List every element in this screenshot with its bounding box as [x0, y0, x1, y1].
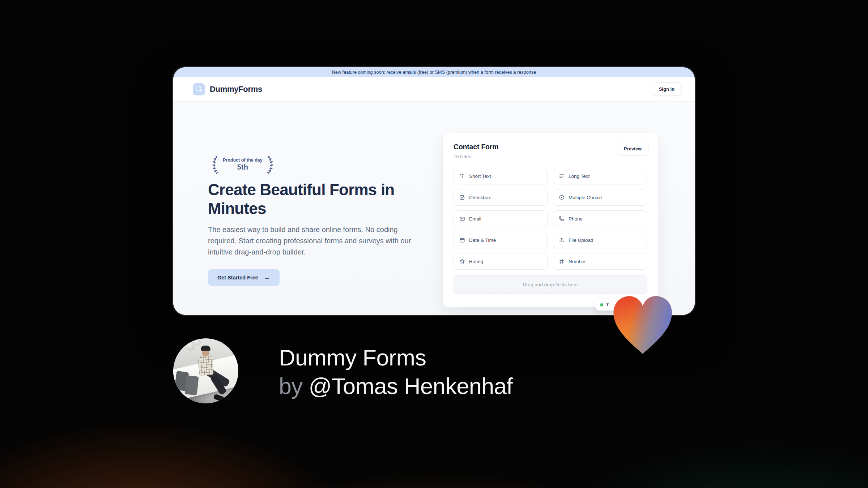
field-type-label: Long Text — [569, 174, 590, 179]
drop-zone-text: Drag and drop fields here — [523, 282, 578, 287]
browser-window: New feature coming soon: receive emails … — [173, 67, 695, 315]
phone-icon — [559, 216, 565, 222]
get-started-button[interactable]: Get Started Free → — [208, 269, 280, 286]
field-type-checkbox[interactable]: Checkbox — [454, 189, 548, 206]
get-started-label: Get Started Free — [217, 275, 258, 281]
field-type-long-text[interactable]: Long Text — [553, 168, 647, 184]
promo-canvas: New feature coming soon: receive emails … — [0, 0, 868, 488]
site-header: DummyForms Sign In — [173, 77, 695, 102]
field-type-rating[interactable]: Rating — [454, 253, 548, 270]
caption-title: Dummy Forms — [279, 343, 512, 372]
drag-drop-zone[interactable]: Drag and drop fields here — [454, 275, 647, 294]
field-type-email[interactable]: Email — [454, 210, 548, 227]
author-handle: @Tomas Henkenhaf — [309, 373, 513, 399]
field-type-label: Email — [469, 216, 481, 222]
brand-logo[interactable] — [193, 83, 205, 95]
field-type-multiple-choice[interactable]: Multiple Choice — [553, 189, 647, 206]
radio-icon — [559, 194, 565, 200]
author-avatar — [173, 338, 238, 403]
status-dot-icon — [600, 303, 603, 307]
upload-icon — [559, 237, 565, 243]
arrow-right-icon: → — [264, 274, 270, 281]
form-builder-card: Contact Form 10 fields Preview Short Tex… — [442, 133, 658, 307]
field-type-label: File Upload — [569, 237, 593, 243]
calendar-icon — [459, 237, 465, 243]
field-type-file-upload[interactable]: File Upload — [553, 232, 647, 248]
award-line1: Product of the day — [223, 158, 263, 163]
field-type-label: Rating — [469, 259, 483, 264]
announcement-banner: New feature coming soon: receive emails … — [173, 67, 695, 77]
product-of-the-day-badge: Product of the day 5th — [209, 155, 277, 174]
upvote-heart-icon — [608, 293, 677, 356]
sign-in-button[interactable]: Sign In — [652, 82, 682, 96]
caption-byline: by @Tomas Henkenhaf — [279, 372, 512, 401]
field-type-phone[interactable]: Phone — [553, 210, 647, 227]
brand-name: DummyForms — [210, 85, 262, 94]
page-title: Create Beautiful Forms in Minutes — [208, 180, 405, 218]
laurel-right-icon — [266, 155, 277, 174]
field-type-grid: Short Text Long Text Checkbox — [454, 168, 647, 270]
field-type-label: Phone — [569, 216, 583, 222]
dashed-selection-cursor-icon — [195, 86, 203, 93]
laurel-left-icon — [209, 155, 220, 174]
field-type-label: Short Text — [469, 174, 491, 179]
award-line2: 5th — [223, 163, 263, 171]
checkbox-icon — [459, 194, 465, 200]
field-type-label: Multiple Choice — [569, 195, 602, 200]
star-icon — [459, 258, 465, 264]
align-lines-icon — [559, 173, 565, 179]
hash-icon — [559, 258, 565, 264]
field-type-label: Date & Time — [469, 237, 496, 243]
award-text: Product of the day 5th — [223, 158, 263, 171]
hero-section: Product of the day 5th Create Bea — [208, 155, 421, 286]
announcement-text: New feature coming soon: receive emails … — [332, 70, 536, 75]
text-icon — [459, 173, 465, 179]
caption-block: Dummy Forms by @Tomas Henkenhaf — [279, 343, 512, 401]
envelope-icon — [459, 216, 465, 222]
field-type-date-time[interactable]: Date & Time — [454, 232, 548, 248]
field-type-short-text[interactable]: Short Text — [454, 168, 548, 184]
hero-description: The easiest way to build and share onlin… — [208, 224, 416, 258]
landing-page: Product of the day 5th Create Bea — [173, 102, 695, 315]
byline-prefix: by — [279, 373, 303, 399]
field-type-number[interactable]: Number — [553, 253, 647, 270]
preview-button[interactable]: Preview — [617, 142, 648, 156]
field-type-label: Number — [569, 259, 586, 264]
field-type-label: Checkbox — [469, 195, 491, 200]
